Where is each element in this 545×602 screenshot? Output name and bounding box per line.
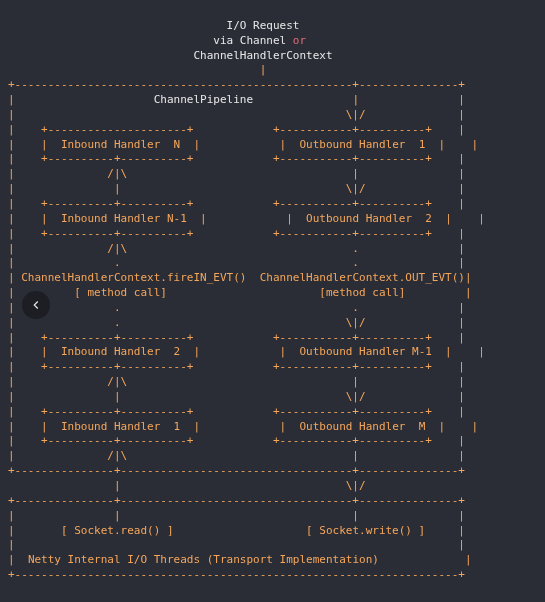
pipeline-title: ChannelPipeline — [154, 93, 253, 106]
header-or: or — [293, 34, 306, 47]
row-socket: | [ Socket.read() ] [ Socket.write() ] | — [8, 524, 465, 537]
header-line3: ChannelHandlerContext — [8, 49, 333, 62]
row-method: | [ method call] [method call] | — [8, 286, 472, 299]
back-button[interactable] — [22, 291, 50, 319]
header-line2: via Channel — [8, 34, 293, 47]
row-inbound-2: | | Inbound Handler 2 | | Outbound Handl… — [8, 345, 485, 358]
chevron-left-icon — [29, 298, 43, 312]
row-threads: | Netty Internal I/O Threads (Transport … — [8, 553, 472, 566]
top-border: +---------------------------------------… — [8, 78, 465, 91]
row-inbound-n1: | | Inbound Handler N-1 | | Outbound Han… — [8, 212, 485, 225]
row-inbound-n: | | Inbound Handler N | | Outbound Handl… — [8, 138, 478, 151]
row-inbound-1: | | Inbound Handler 1 | | Outbound Handl… — [8, 420, 478, 433]
diagram-container: I/O Request via Channel or ChannelHandle… — [0, 0, 545, 587]
row-ctx: | ChannelHandlerContext.fireIN_EVT() Cha… — [8, 271, 472, 284]
arrow-down-top: | — [8, 63, 266, 76]
header-line1: I/O Request — [8, 19, 299, 32]
